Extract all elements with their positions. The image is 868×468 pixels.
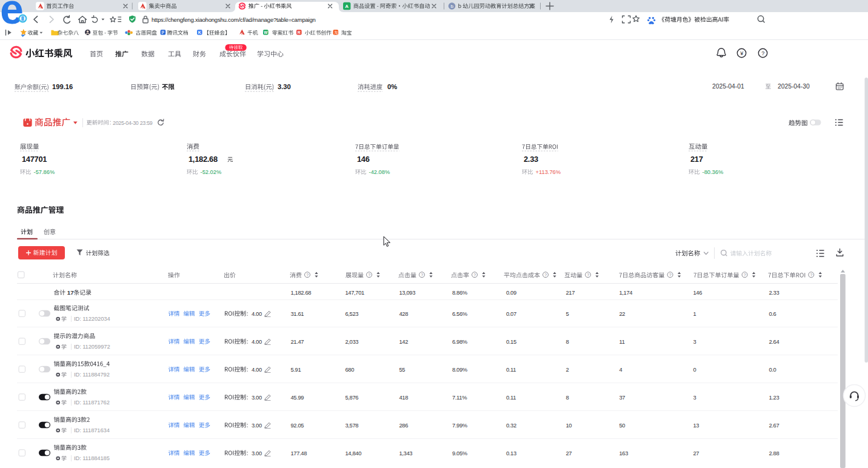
svg-text:3.30: 3.30 — [278, 83, 291, 90]
svg-text:2025-04-30 23:59: 2025-04-30 23:59 — [113, 120, 153, 126]
svg-text:199.16: 199.16 — [52, 83, 73, 90]
svg-text:1,182.68: 1,182.68 — [291, 289, 312, 296]
svg-text:27: 27 — [693, 450, 699, 456]
svg-text:3.00: 3.00 — [252, 422, 262, 429]
svg-text:2.88: 2.88 — [769, 450, 780, 456]
svg-text:-57.86%: -57.86% — [34, 169, 55, 175]
svg-text:6,523: 6,523 — [346, 310, 359, 317]
svg-text:A: A — [345, 4, 349, 9]
svg-text:27: 27 — [566, 450, 572, 456]
svg-text:680: 680 — [346, 366, 355, 373]
svg-text:?: ? — [473, 273, 476, 277]
svg-text:10: 10 — [566, 422, 572, 429]
svg-text:14,840: 14,840 — [346, 450, 362, 456]
svg-text:177.48: 177.48 — [291, 450, 307, 456]
svg-text:?: ? — [810, 273, 812, 277]
svg-text:92.05: 92.05 — [291, 422, 304, 429]
svg-text:2025-04-01: 2025-04-01 — [712, 83, 744, 90]
svg-text:https://chengfeng.xiaohongshu.: https://chengfeng.xiaohongshu.com/cf/ad/… — [152, 16, 316, 23]
svg-text:0.07: 0.07 — [506, 310, 516, 317]
svg-text:0: 0 — [693, 366, 696, 373]
svg-text:9.05%: 9.05% — [452, 450, 467, 456]
svg-text:45.99: 45.99 — [291, 394, 304, 401]
svg-text:2025-04-30: 2025-04-30 — [778, 83, 810, 90]
svg-text:13: 13 — [693, 422, 699, 429]
svg-text:21.47: 21.47 — [291, 338, 304, 345]
svg-text:2,033: 2,033 — [346, 338, 359, 345]
svg-text:-42.08%: -42.08% — [369, 169, 390, 175]
svg-text:37: 37 — [619, 394, 626, 401]
svg-text:2.33: 2.33 — [524, 155, 538, 164]
svg-text:4.00: 4.00 — [252, 338, 262, 345]
svg-text:1,182.68: 1,182.68 — [189, 155, 218, 164]
svg-text:4: 4 — [619, 366, 623, 373]
svg-text:11: 11 — [619, 338, 625, 345]
svg-text:1,343: 1,343 — [399, 450, 413, 456]
svg-text:-52.02%: -52.02% — [201, 169, 222, 175]
svg-text:6.98%: 6.98% — [452, 338, 467, 345]
svg-text:?: ? — [368, 273, 370, 277]
svg-text:0.13: 0.13 — [506, 450, 516, 456]
svg-text:3,578: 3,578 — [346, 422, 359, 429]
svg-text:147,701: 147,701 — [346, 289, 365, 296]
svg-text:418: 418 — [399, 394, 409, 401]
svg-text:5,876: 5,876 — [346, 394, 359, 401]
svg-text:217: 217 — [690, 155, 703, 164]
svg-text:?: ? — [306, 273, 309, 277]
svg-text:286: 286 — [399, 422, 409, 429]
svg-text:147701: 147701 — [22, 155, 47, 164]
svg-text:ID: 112202034: ID: 112202034 — [74, 315, 110, 322]
svg-text:163: 163 — [619, 450, 629, 456]
svg-text:7.99%: 7.99% — [452, 422, 467, 429]
svg-text:8.86%: 8.86% — [452, 289, 467, 296]
svg-text:2: 2 — [566, 366, 569, 373]
svg-text:0.32: 0.32 — [506, 422, 516, 429]
svg-text:0.09: 0.09 — [506, 289, 516, 296]
svg-text:3: 3 — [693, 338, 696, 345]
svg-text:146: 146 — [693, 289, 703, 296]
svg-text:22: 22 — [619, 310, 626, 317]
svg-text:ID: 112059972: ID: 112059972 — [74, 343, 110, 350]
svg-text:?: ? — [744, 273, 746, 277]
svg-text:?: ? — [761, 50, 764, 56]
svg-text:5: 5 — [566, 310, 569, 317]
svg-text:b: b — [450, 4, 453, 9]
svg-text:ID: 111871634: ID: 111871634 — [74, 427, 110, 433]
svg-text:1: 1 — [693, 310, 696, 317]
svg-text:0.15: 0.15 — [506, 338, 516, 345]
svg-text:428: 428 — [399, 310, 409, 317]
svg-text:2.67: 2.67 — [769, 422, 780, 429]
svg-text:50: 50 — [619, 422, 626, 429]
svg-text:ID: 111871762: ID: 111871762 — [74, 399, 110, 406]
svg-text:8: 8 — [566, 394, 569, 401]
svg-text:2.33: 2.33 — [769, 289, 780, 296]
svg-text:?: ? — [669, 273, 672, 277]
svg-text:¥: ¥ — [739, 50, 744, 56]
svg-text:ID: 111884185: ID: 111884185 — [74, 455, 110, 461]
svg-text:?: ? — [544, 273, 547, 277]
svg-text:8.09%: 8.09% — [452, 366, 467, 373]
svg-text:3: 3 — [693, 394, 696, 401]
svg-text:0.11: 0.11 — [506, 366, 516, 373]
svg-text:1,174: 1,174 — [619, 289, 633, 296]
svg-text:0.6: 0.6 — [769, 310, 776, 317]
svg-text:0%: 0% — [387, 83, 397, 90]
svg-text:3.00: 3.00 — [252, 450, 262, 456]
svg-text:2.64: 2.64 — [769, 338, 780, 345]
svg-text:3.00: 3.00 — [252, 394, 262, 401]
svg-text:K: K — [198, 30, 201, 35]
svg-text:8: 8 — [566, 338, 569, 345]
svg-text:0.11: 0.11 — [506, 394, 516, 401]
svg-text:5.91: 5.91 — [291, 366, 301, 373]
svg-text:-80.36%: -80.36% — [703, 169, 724, 175]
svg-text:4.00: 4.00 — [252, 310, 262, 317]
svg-text:4.00: 4.00 — [252, 366, 262, 373]
svg-text:R: R — [298, 30, 301, 35]
svg-text:31.61: 31.61 — [291, 310, 304, 317]
svg-text:?: ? — [587, 273, 589, 277]
svg-text:7.11%: 7.11% — [452, 394, 467, 401]
svg-text:0.0: 0.0 — [769, 366, 776, 373]
svg-text:55: 55 — [399, 366, 406, 373]
svg-text:217: 217 — [566, 289, 575, 296]
svg-text:?: ? — [421, 273, 423, 277]
